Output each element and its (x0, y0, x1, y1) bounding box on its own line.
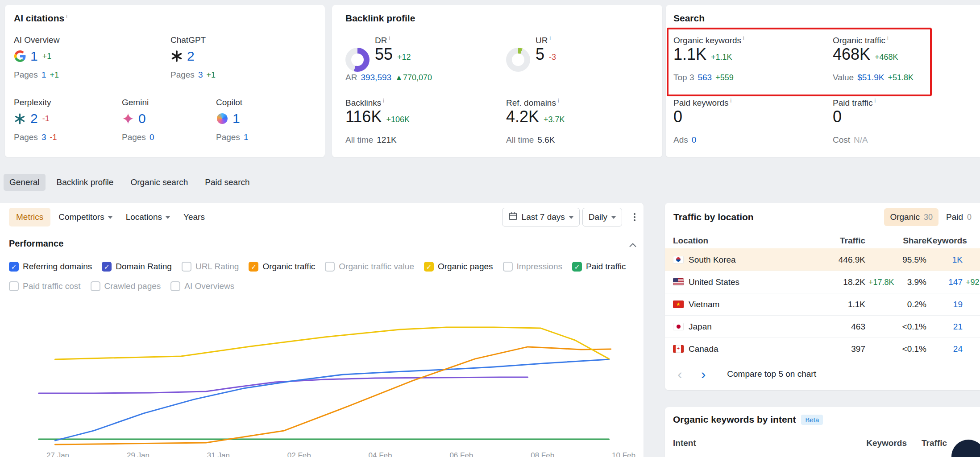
table-row-canada[interactable]: Canada 397 <0.1% 24 (665, 338, 980, 360)
top3-value[interactable]: 563 (698, 73, 712, 82)
chevron-right-icon[interactable]: › (699, 367, 708, 381)
checkbox-icon[interactable] (249, 262, 258, 272)
metric-checkbox-organic-traffic[interactable]: Organic traffic (249, 262, 315, 272)
checkbox-icon[interactable] (572, 262, 582, 272)
ur-label: URi (536, 35, 551, 45)
checkbox-icon[interactable] (325, 262, 335, 272)
info-icon[interactable]: i (383, 98, 384, 104)
info-icon[interactable]: i (887, 35, 889, 41)
checkbox-icon[interactable] (9, 262, 19, 272)
competitors-dropdown[interactable]: Competitors (53, 208, 117, 226)
info-icon[interactable]: i (743, 35, 744, 41)
performance-line-chart[interactable] (37, 315, 644, 457)
stat-value[interactable]: 2 (30, 111, 38, 126)
backlinks-value[interactable]: 116K+106K (345, 107, 410, 126)
keywords-link[interactable]: 1K (952, 255, 963, 264)
info-icon[interactable]: i (389, 35, 390, 41)
collapse-chevron-icon[interactable] (629, 241, 636, 249)
col-share: Share (865, 236, 926, 246)
checkbox-icon[interactable] (170, 281, 180, 291)
info-icon[interactable]: i (549, 35, 551, 41)
keywords-link[interactable]: 147 (948, 277, 963, 287)
google-icon (14, 50, 26, 62)
granularity-dropdown[interactable]: Daily (582, 208, 622, 226)
compare-top5-label[interactable]: Compare top 5 on chart (727, 369, 816, 379)
ar-delta: ▲770,070 (395, 73, 432, 82)
pages-value[interactable]: 0 (149, 132, 154, 142)
checkbox-icon[interactable] (102, 262, 112, 272)
locations-dropdown[interactable]: Locations (120, 208, 175, 226)
checkbox-icon[interactable] (424, 262, 434, 272)
top3-row: Top 3 563 +559 (673, 73, 734, 82)
more-options-icon[interactable] (631, 210, 638, 224)
calendar-icon (508, 211, 518, 223)
card-title-text: AI citations (14, 13, 64, 23)
organic-traffic-value[interactable]: 468K+468K (833, 45, 898, 64)
ur-donut-chart (506, 48, 530, 72)
table-row-vietnam[interactable]: Vietnam 1.1K 0.2% 19 (665, 293, 980, 315)
checkbox-icon[interactable] (503, 262, 513, 272)
col-location: Location (673, 236, 803, 246)
metric-checkbox-referring-domains[interactable]: Referring domains (9, 262, 92, 272)
paid-traffic-value[interactable]: 0 (833, 107, 842, 126)
metric-checkbox-organic-pages[interactable]: Organic pages (424, 262, 493, 272)
pages-row: Pages 3 +1 (170, 70, 216, 80)
stat-value[interactable]: 1 (233, 111, 240, 126)
tab-backlink-profile[interactable]: Backlink profile (51, 174, 120, 191)
metric-checkbox-organic-traffic-value[interactable]: Organic traffic value (325, 262, 414, 272)
checkbox-icon[interactable] (91, 281, 100, 291)
years-button[interactable]: Years (178, 208, 210, 226)
pages-value[interactable]: 3 (42, 132, 46, 142)
metric-checkbox-paid-traffic[interactable]: Paid traffic (572, 262, 626, 272)
tab-organic-search[interactable]: Organic search (125, 174, 194, 191)
metric-checkbox-ai-overviews[interactable]: AI Overviews (170, 281, 234, 291)
chevron-left-icon[interactable]: ‹ (676, 367, 684, 381)
info-icon[interactable]: i (874, 98, 876, 104)
cost-row: Cost N/A (833, 135, 868, 145)
traffic-value[interactable]: $51.9K (857, 73, 884, 82)
metric-checkbox-impressions[interactable]: Impressions (503, 262, 562, 272)
metric-label: Organic pages (438, 262, 493, 272)
date-range-dropdown[interactable]: Last 7 days (502, 208, 580, 226)
chatgpt-stat: ChatGPT 2 Pages 3 +1 (170, 35, 216, 80)
keywords-link[interactable]: 21 (953, 322, 963, 331)
stat-value[interactable]: 0 (138, 111, 146, 126)
keywords-link[interactable]: 19 (953, 300, 963, 309)
tab-paid-search[interactable]: Paid search (199, 174, 255, 191)
keywords-link[interactable]: 24 (953, 344, 963, 354)
pages-value[interactable]: 1 (42, 70, 46, 80)
dr-donut-chart (345, 48, 370, 72)
pages-value[interactable]: 1 (244, 132, 249, 142)
tab-general[interactable]: General (4, 174, 46, 191)
metric-label: AI Overviews (184, 281, 234, 291)
paid-toggle-button[interactable]: Paid0 (940, 208, 977, 226)
stat-value[interactable]: 2 (187, 49, 195, 64)
checkbox-icon[interactable] (182, 262, 191, 272)
info-icon[interactable]: i (558, 98, 559, 104)
organic-toggle-button[interactable]: Organic30 (884, 208, 938, 226)
backlinks-label: Backlinksi (345, 98, 384, 108)
ar-value[interactable]: 393,593 (361, 73, 391, 82)
table-row-united-states[interactable]: United States 18.2K+17.8K 3.9% 147+92 (665, 271, 980, 293)
checkbox-icon[interactable] (9, 281, 19, 291)
cost-value: N/A (854, 135, 868, 145)
beta-badge: Beta (801, 415, 823, 425)
metrics-button[interactable]: Metrics (9, 208, 50, 226)
info-icon[interactable]: i (731, 98, 732, 104)
ref-domains-value[interactable]: 4.2K+3.7K (506, 107, 565, 126)
ads-value[interactable]: 0 (692, 135, 697, 145)
paid-keywords-value[interactable]: 0 (673, 107, 682, 126)
organic-keywords-value[interactable]: 1.1K+1.1K (673, 45, 732, 64)
stat-value[interactable]: 1 (30, 49, 38, 64)
pages-value[interactable]: 3 (198, 70, 203, 80)
metric-checkbox-domain-rating[interactable]: Domain Rating (102, 262, 172, 272)
metric-checkbox-crawled-pages[interactable]: Crawled pages (91, 281, 161, 291)
info-icon[interactable]: i (66, 13, 67, 19)
pages-label: Pages (14, 132, 38, 142)
ref-domains-label: Ref. domainsi (506, 98, 559, 108)
metric-checkbox-paid-traffic-cost[interactable]: Paid traffic cost (9, 281, 81, 291)
table-row-south-korea[interactable]: South Korea 446.9K 95.5% 1K (665, 248, 980, 271)
col-traffic: Traffic (907, 438, 947, 448)
table-row-japan[interactable]: Japan 463 <0.1% 21 (665, 315, 980, 338)
metric-checkbox-url-rating[interactable]: URL Rating (182, 262, 239, 272)
